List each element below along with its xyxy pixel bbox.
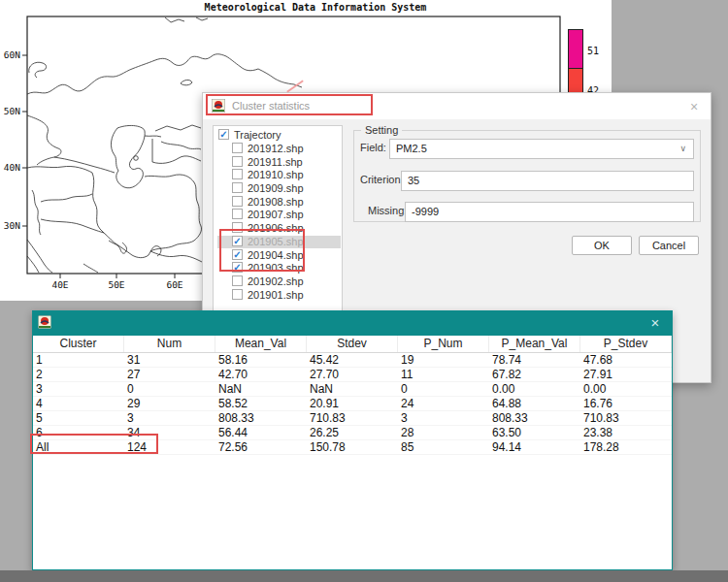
- cancel-button[interactable]: Cancel: [639, 236, 699, 255]
- annotation-box-checked-months: [219, 229, 305, 272]
- lat-label-60n: 60N: [4, 49, 20, 60]
- checkbox-icon[interactable]: [232, 275, 243, 286]
- lat-label-50n: 50N: [4, 106, 20, 116]
- annotation-box-dialog-title: [206, 94, 373, 115]
- checkbox-icon[interactable]: [232, 143, 243, 153]
- criterion-label: Criterion:: [360, 174, 404, 185]
- criterion-input[interactable]: 35: [401, 171, 694, 191]
- checkbox-icon[interactable]: [232, 196, 243, 207]
- checkbox-icon[interactable]: [232, 289, 243, 300]
- field-dropdown[interactable]: PM2.5 ∨: [389, 139, 694, 159]
- lat-label-30n: 30N: [4, 220, 20, 231]
- checkbox-icon[interactable]: [232, 169, 243, 179]
- checkbox-icon[interactable]: [232, 182, 243, 193]
- lon-label-60e: 60E: [166, 279, 182, 290]
- missing-input[interactable]: -9999: [405, 202, 694, 222]
- col-header-mean-val[interactable]: Mean_Val: [215, 336, 307, 352]
- lon-label-40e: 40E: [51, 279, 68, 290]
- app-logo-icon: [38, 315, 51, 329]
- table-row[interactable]: 30NaNNaN00.000.00: [33, 382, 672, 397]
- col-header-cluster[interactable]: Cluster: [33, 336, 124, 352]
- checkbox-icon[interactable]: [232, 209, 243, 219]
- checkbox-icon[interactable]: [232, 156, 243, 167]
- col-header-num[interactable]: Num: [124, 336, 215, 352]
- colorbar-label-51: 51: [587, 46, 599, 56]
- result-close-icon[interactable]: ×: [646, 314, 664, 332]
- table-header-row: Cluster Num Mean_Val Stdev P_Num P_Mean_…: [33, 336, 672, 353]
- lat-label-40n: 40N: [4, 162, 20, 173]
- lon-label-50e: 50E: [108, 279, 124, 290]
- chevron-down-icon: ∨: [679, 140, 686, 158]
- colorbar-segment-magenta: [568, 29, 583, 68]
- col-header-p-stdev[interactable]: P_Stdev: [580, 336, 672, 352]
- annotation-box-all-row: [30, 434, 158, 454]
- col-header-p-num[interactable]: P_Num: [398, 336, 489, 352]
- taskbar-strip: [0, 570, 728, 582]
- missing-label: Missing:: [368, 205, 407, 216]
- col-header-p-mean-val[interactable]: P_Mean_Val: [489, 336, 580, 352]
- table-row[interactable]: 22742.7027.701167.8227.91: [33, 368, 672, 382]
- checkbox-checked-icon[interactable]: ✓: [218, 129, 229, 140]
- colorbar-segment-red: [568, 68, 583, 94]
- ok-button[interactable]: OK: [572, 236, 632, 255]
- setting-group: Setting Field: PM2.5 ∨ Criterion: 35 Mis…: [353, 130, 701, 222]
- table-row[interactable]: 13158.1645.421978.7447.68: [33, 353, 672, 368]
- field-label: Field:: [360, 142, 386, 153]
- dialog-close-icon[interactable]: ×: [685, 98, 703, 115]
- setting-group-legend: Setting: [361, 124, 402, 136]
- result-window-titlebar[interactable]: ×: [33, 311, 672, 336]
- table-row[interactable]: 42958.5220.912464.8816.76: [33, 397, 672, 411]
- table-row[interactable]: 53808.33710.833808.33710.83: [33, 411, 672, 426]
- col-header-stdev[interactable]: Stdev: [307, 336, 398, 352]
